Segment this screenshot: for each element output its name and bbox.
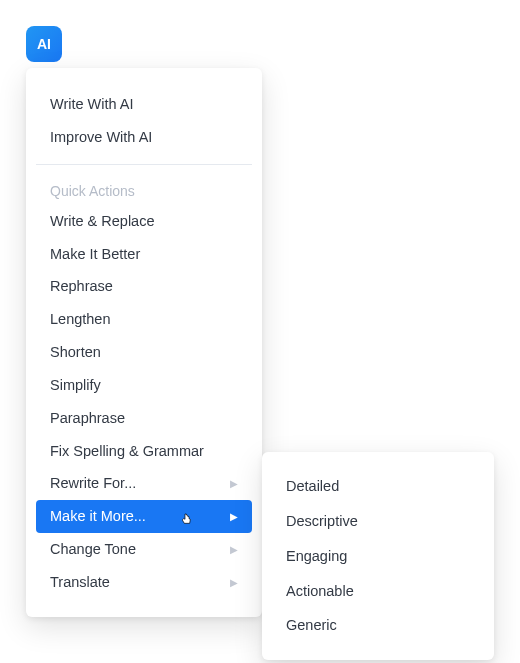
submenu-item-label: Descriptive [286, 513, 358, 529]
menu-item-label: Shorten [50, 343, 101, 362]
menu-item-label: Change Tone [50, 540, 136, 559]
menu-item-label: Rephrase [50, 277, 113, 296]
menu-item-lengthen[interactable]: Lengthen [36, 303, 252, 336]
menu-item-label: Fix Spelling & Grammar [50, 442, 204, 461]
cursor-pointer-icon [179, 510, 195, 530]
menu-divider [36, 164, 252, 165]
menu-item-label: Make It Better [50, 245, 140, 264]
menu-item-improve-with-ai[interactable]: Improve With AI [36, 121, 252, 154]
submenu-item-detailed[interactable]: Detailed [272, 470, 484, 503]
menu-item-label: Improve With AI [50, 128, 152, 147]
menu-item-label: Simplify [50, 376, 101, 395]
submenu-item-label: Detailed [286, 478, 339, 494]
chevron-right-icon: ▶ [230, 543, 238, 556]
menu-item-fix-spelling-grammar[interactable]: Fix Spelling & Grammar [36, 435, 252, 468]
menu-item-label: Lengthen [50, 310, 110, 329]
menu-item-write-with-ai[interactable]: Write With AI [36, 88, 252, 121]
menu-item-label: Write With AI [50, 95, 134, 114]
menu-item-change-tone[interactable]: Change Tone ▶ [36, 533, 252, 566]
submenu-item-descriptive[interactable]: Descriptive [272, 505, 484, 538]
menu-item-rewrite-for[interactable]: Rewrite For... ▶ [36, 467, 252, 500]
chevron-right-icon: ▶ [230, 477, 238, 490]
menu-item-paraphrase[interactable]: Paraphrase [36, 402, 252, 435]
menu-item-label: Write & Replace [50, 212, 155, 231]
submenu-item-generic[interactable]: Generic [272, 609, 484, 642]
chevron-right-icon: ▶ [230, 576, 238, 589]
menu-item-label: Rewrite For... [50, 474, 136, 493]
submenu-item-engaging[interactable]: Engaging [272, 540, 484, 573]
menu-item-label: Paraphrase [50, 409, 125, 428]
submenu-item-label: Engaging [286, 548, 347, 564]
make-it-more-submenu: Detailed Descriptive Engaging Actionable… [262, 452, 494, 660]
ai-badge-label: AI [37, 36, 51, 52]
menu-item-make-it-better[interactable]: Make It Better [36, 238, 252, 271]
menu-item-write-replace[interactable]: Write & Replace [36, 205, 252, 238]
menu-item-label: Make it More... [50, 507, 146, 526]
menu-item-label: Translate [50, 573, 110, 592]
submenu-item-label: Generic [286, 617, 337, 633]
chevron-right-icon: ▶ [230, 510, 238, 523]
menu-item-simplify[interactable]: Simplify [36, 369, 252, 402]
menu-item-shorten[interactable]: Shorten [36, 336, 252, 369]
ai-badge[interactable]: AI [26, 26, 62, 62]
submenu-item-label: Actionable [286, 583, 354, 599]
submenu-item-actionable[interactable]: Actionable [272, 575, 484, 608]
menu-section-header: Quick Actions [36, 177, 252, 205]
menu-item-translate[interactable]: Translate ▶ [36, 566, 252, 599]
ai-menu: Write With AI Improve With AI Quick Acti… [26, 68, 262, 617]
menu-item-make-it-more[interactable]: Make it More... ▶ [36, 500, 252, 533]
menu-item-rephrase[interactable]: Rephrase [36, 270, 252, 303]
